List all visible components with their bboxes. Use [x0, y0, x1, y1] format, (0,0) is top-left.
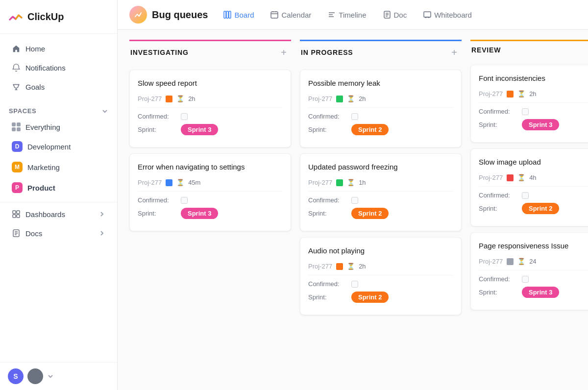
development-badge: D — [12, 141, 23, 152]
task-card-memory-leak: Possible memory leak Proj-277 ⏳ 2h Confi… — [300, 70, 462, 147]
tab-calendar[interactable]: Calendar — [264, 7, 318, 23]
clickup-logo-icon — [8, 9, 24, 24]
chevron-right-icon-2 — [98, 230, 105, 237]
hourglass-icon-8: ⏳ — [517, 258, 525, 265]
card-divider-6 — [479, 102, 588, 103]
flag-green-icon-2 — [336, 179, 343, 186]
card-divider-8 — [479, 270, 588, 270]
task-meta-audio: Proj-277 ⏳ 2h — [308, 263, 453, 270]
sprint-badge-7[interactable]: Sprint 2 — [522, 203, 559, 214]
sprint-badge-4[interactable]: Sprint 2 — [351, 208, 389, 219]
nav-docs[interactable]: Docs — [3, 224, 114, 243]
svg-rect-8 — [229, 11, 231, 18]
space-product[interactable]: P Product — [3, 178, 114, 197]
svg-rect-7 — [226, 11, 228, 18]
column-header-in-progress: IN PROGRESS + — [300, 40, 462, 65]
confirmed-field-3: Confirmed: — [308, 113, 453, 120]
main-nav: Home Notifications Goals — [0, 34, 117, 101]
svg-point-0 — [16, 89, 17, 90]
task-card-font: Font inconsistencies Proj-277 ⏳ 2h Confi… — [470, 65, 588, 143]
home-icon — [12, 44, 21, 53]
nav-dashboards[interactable]: Dashboards — [3, 205, 114, 223]
confirmed-field: Confirmed: — [138, 113, 283, 120]
svg-rect-1 — [13, 211, 16, 214]
doc-icon — [383, 11, 391, 19]
tab-board[interactable]: Board — [217, 7, 261, 23]
space-marketing[interactable]: M Marketing — [3, 157, 114, 177]
sprint-field-8: Sprint: Sprint 3 — [479, 287, 588, 298]
confirmed-field-6: Confirmed: — [479, 108, 588, 115]
sprint-badge[interactable]: Sprint 3 — [181, 124, 218, 135]
hourglass-icon-5: ⏳ — [347, 263, 355, 270]
nav-goals[interactable]: Goals — [3, 77, 114, 96]
confirmed-field-7: Confirmed: — [479, 192, 588, 199]
hourglass-icon-4: ⏳ — [347, 179, 355, 186]
task-meta-slow-speed: Proj-277 ⏳ 2h — [138, 95, 283, 102]
task-meta-slow-image: Proj-277 ⏳ 4h — [479, 174, 588, 181]
card-divider — [138, 107, 283, 108]
confirmed-checkbox-4[interactable] — [351, 197, 358, 204]
docs-icon — [12, 229, 21, 238]
trophy-icon — [12, 82, 21, 91]
confirmed-checkbox-3[interactable] — [351, 113, 358, 120]
task-card-slow-image: Slow image upload Proj-277 ⏳ 4h Confirme… — [470, 148, 588, 226]
topbar-project-icon — [129, 6, 147, 24]
sprint-badge-5[interactable]: Sprint 2 — [351, 292, 389, 303]
user-avatar-letter: S — [8, 368, 24, 384]
logo-area: ClickUp — [0, 0, 117, 34]
board-icon — [223, 11, 231, 19]
tab-timeline[interactable]: Timeline — [321, 7, 373, 23]
add-task-investigating[interactable]: + — [277, 46, 290, 59]
flag-blue-icon — [166, 179, 172, 186]
flag-red-icon — [507, 174, 514, 181]
svg-rect-2 — [17, 211, 20, 214]
svg-rect-3 — [13, 215, 16, 218]
whiteboard-icon — [423, 11, 431, 19]
board-area: INVESTIGATING + Slow speed report Proj-2… — [118, 30, 588, 390]
spaces-section-header: Spaces — [0, 101, 117, 118]
topbar: Bug queues Board Calendar Timeline — [118, 0, 588, 30]
confirmed-checkbox[interactable] — [181, 113, 188, 120]
space-development[interactable]: D Development — [3, 137, 114, 156]
sprint-field-7: Sprint: Sprint 2 — [479, 203, 588, 214]
card-divider-3 — [308, 107, 453, 108]
flag-orange-icon-2 — [336, 263, 343, 270]
sprint-field-2: Sprint: Sprint 3 — [138, 208, 283, 219]
confirmed-checkbox-7[interactable] — [522, 192, 529, 199]
confirmed-checkbox-5[interactable] — [351, 281, 358, 288]
column-header-review: REVIEW — [470, 40, 588, 60]
sidebar-bottom-sections: Dashboards Docs — [0, 202, 117, 245]
grid-icon — [12, 122, 21, 131]
confirmed-checkbox-8[interactable] — [522, 276, 529, 283]
sidebar-footer: S — [0, 362, 117, 390]
nav-home[interactable]: Home — [3, 39, 114, 58]
nav-notifications[interactable]: Notifications — [3, 58, 114, 77]
sprint-field-3: Sprint: Sprint 2 — [308, 124, 453, 135]
task-card-audio: Audio not playing Proj-277 ⏳ 2h Confirme… — [300, 237, 462, 315]
confirmed-field-2: Confirmed: — [138, 196, 283, 204]
card-divider-2 — [138, 191, 283, 192]
tab-doc[interactable]: Doc — [376, 7, 414, 23]
task-meta-memory-leak: Proj-277 ⏳ 2h — [308, 95, 453, 102]
space-everything[interactable]: Everything — [3, 118, 114, 136]
sprint-badge-6[interactable]: Sprint 3 — [522, 119, 559, 130]
confirmed-checkbox-6[interactable] — [522, 108, 529, 115]
marketing-badge: M — [12, 162, 23, 172]
sprint-badge-2[interactable]: Sprint 3 — [181, 208, 218, 219]
task-card-error-nav: Error when navigating to settings Proj-2… — [129, 153, 291, 231]
hourglass-icon-2: ⏳ — [176, 179, 184, 186]
tab-whiteboard[interactable]: Whiteboard — [416, 7, 479, 23]
add-task-in-progress[interactable]: + — [448, 46, 461, 59]
timeline-icon — [328, 11, 336, 19]
product-badge: P — [12, 182, 23, 193]
sprint-badge-8[interactable]: Sprint 3 — [522, 287, 559, 298]
flag-gray-icon — [507, 258, 514, 265]
sprint-badge-3[interactable]: Sprint 2 — [351, 124, 389, 135]
hourglass-icon: ⏳ — [176, 95, 184, 102]
column-investigating: INVESTIGATING + Slow speed report Proj-2… — [129, 40, 291, 380]
confirmed-checkbox-2[interactable] — [181, 197, 188, 204]
hourglass-icon-3: ⏳ — [347, 95, 355, 102]
sprint-field: Sprint: Sprint 3 — [138, 124, 283, 135]
flag-orange-icon — [166, 96, 172, 102]
svg-rect-11 — [424, 12, 431, 17]
